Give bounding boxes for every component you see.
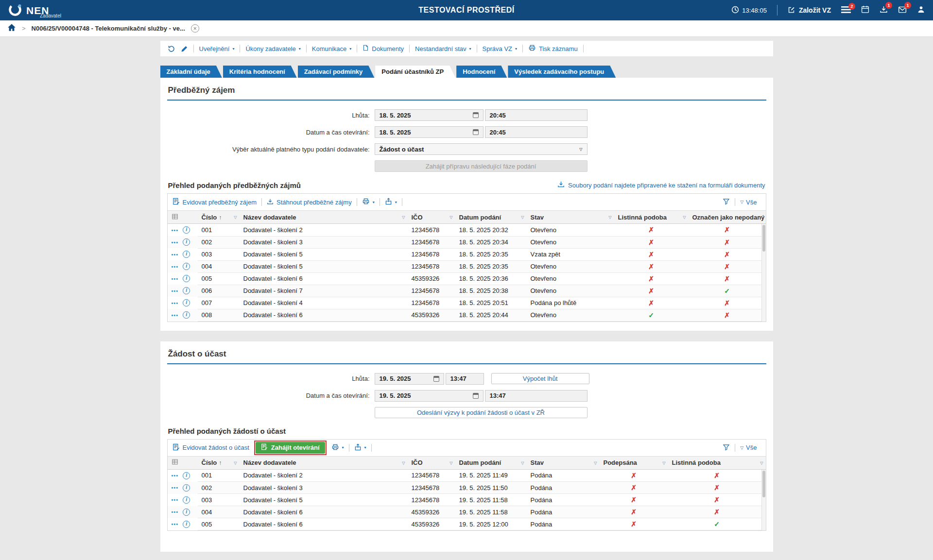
row-info-icon[interactable]: i xyxy=(183,287,190,294)
table-row[interactable]: •••i006Dodavatel - školení 71234567818. … xyxy=(168,285,766,297)
row-info-icon[interactable]: i xyxy=(183,484,190,492)
table-row[interactable]: •••i005Dodavatel - školení 64535932618. … xyxy=(168,272,766,285)
table-row[interactable]: •••i008Dodavatel - školení 64535932618. … xyxy=(168,309,766,321)
filter-caret-icon[interactable]: ▽ xyxy=(449,215,452,220)
history-button[interactable] xyxy=(167,45,175,53)
next-phase-button[interactable]: Zahájit přípravu následující fáze podání xyxy=(375,160,587,172)
column-datum-podani[interactable]: Datum podání▽ xyxy=(455,456,527,469)
filter-caret-icon[interactable]: ▽ xyxy=(402,460,405,465)
lhuta-date-input[interactable]: 19. 5. 2025 xyxy=(375,373,444,385)
vse-button[interactable]: ▽ Vše xyxy=(740,444,757,451)
calendar-icon[interactable] xyxy=(473,129,479,135)
lhuta-date-input[interactable]: 18. 5. 2025 xyxy=(375,109,484,121)
menu-ukony-zadavatele[interactable]: Úkony zadavatele▾ xyxy=(245,45,300,52)
table-row[interactable]: •••i007Dodavatel - školení 41234567818. … xyxy=(168,297,766,309)
table-row[interactable]: •••i003Dodavatel - školení 51234567819. … xyxy=(168,494,766,506)
tab-vysledek-zadavaciho-postupu[interactable]: Výsledek zadávacího postupu xyxy=(508,66,616,78)
typ-podani-select[interactable]: Žádost o účast ▽ xyxy=(375,143,587,155)
mail-button[interactable]: 1 xyxy=(898,5,907,16)
home-button[interactable] xyxy=(7,23,16,34)
table-row[interactable]: •••i005Dodavatel - školení 64535932619. … xyxy=(168,518,766,530)
row-info-icon[interactable]: i xyxy=(183,226,190,234)
row-menu-icon[interactable]: ••• xyxy=(172,276,179,282)
column-oznacen-jako-nepodany[interactable]: Označen jako nepodaný xyxy=(689,211,766,224)
create-vz-button[interactable]: Založit VZ xyxy=(788,6,831,15)
table-row[interactable]: •••i002Dodavatel - školení 31234567818. … xyxy=(168,236,766,248)
column-nazev-dodavatele[interactable]: Název dodavatele▽ xyxy=(240,456,408,469)
edit-record-button[interactable] xyxy=(181,45,188,52)
row-menu-icon[interactable]: ••• xyxy=(172,239,179,245)
menu-tisk-zaznamu[interactable]: Tisk záznamu xyxy=(528,44,578,53)
otevirani-time-input[interactable]: 13:47 xyxy=(485,390,587,402)
calendar-button[interactable] xyxy=(861,5,869,15)
breadcrumb-item[interactable]: N006/25/V00004748 - Telekomunikační služ… xyxy=(32,25,185,32)
filter-caret-icon[interactable]: ▽ xyxy=(521,460,524,465)
column-settings-header[interactable] xyxy=(168,211,198,224)
tab-zadavaci-podminky[interactable]: Zadávací podmínky xyxy=(298,66,375,78)
table-scrollbar[interactable] xyxy=(761,224,766,322)
print-grid-button[interactable]: ▾ xyxy=(362,198,375,206)
filter-caret-icon[interactable]: ▽ xyxy=(521,215,524,220)
table-row[interactable]: •••i001Dodavatel - školení 21234567819. … xyxy=(168,469,766,482)
calendar-icon[interactable] xyxy=(473,112,479,118)
column-stav[interactable]: Stav▽ xyxy=(527,211,614,224)
column-listinna-podoba[interactable]: Listinná podoba▽ xyxy=(668,456,766,469)
tab-zakladni-udaje[interactable]: Základní údaje xyxy=(160,66,222,78)
column-listinna-podoba[interactable]: Listinná podoba▽ xyxy=(614,211,689,224)
table-row[interactable]: •••i004Dodavatel - školení 64535932619. … xyxy=(168,506,766,518)
odeslani-vyzvy-button[interactable]: Odeslání výzvy k podání žádosti o účast … xyxy=(375,407,587,418)
otevirani-time-input[interactable]: 20:45 xyxy=(485,126,587,138)
downloads-button[interactable]: 1 xyxy=(880,5,888,15)
row-info-icon[interactable]: i xyxy=(183,263,190,270)
filter-button[interactable] xyxy=(723,443,730,452)
row-menu-icon[interactable]: ••• xyxy=(172,509,179,515)
row-info-icon[interactable]: i xyxy=(183,238,190,246)
row-info-icon[interactable]: i xyxy=(183,251,190,258)
filter-button[interactable] xyxy=(723,198,730,206)
tab-kriteria-hodnoceni[interactable]: Kritéria hodnocení xyxy=(223,66,297,78)
vypocet-lhut-button[interactable]: Výpočet lhůt xyxy=(491,373,589,384)
menu-sprava-vz[interactable]: Správa VZ▾ xyxy=(483,45,517,52)
table-row[interactable]: •••i002Dodavatel - školení 31234567819. … xyxy=(168,482,766,494)
vse-button[interactable]: ▽ Vše xyxy=(740,199,757,206)
filter-caret-icon[interactable]: ▽ xyxy=(662,460,665,465)
row-info-icon[interactable]: i xyxy=(183,299,190,306)
row-menu-icon[interactable]: ••• xyxy=(172,485,179,491)
column-podepsana[interactable]: Podepsána▽ xyxy=(600,456,668,469)
profile-button[interactable] xyxy=(917,5,925,15)
row-menu-icon[interactable]: ••• xyxy=(172,264,179,270)
row-info-icon[interactable]: i xyxy=(183,509,190,516)
print-grid-button[interactable]: ▾ xyxy=(331,443,344,452)
row-info-icon[interactable]: i xyxy=(183,311,190,319)
filter-caret-icon[interactable]: ▽ xyxy=(608,215,611,220)
filter-caret-icon[interactable]: ▽ xyxy=(234,460,237,465)
filter-caret-icon[interactable]: ▽ xyxy=(234,215,237,220)
column-datum-podani[interactable]: Datum podání▽ xyxy=(455,211,527,224)
filter-caret-icon[interactable]: ▽ xyxy=(402,215,405,220)
table-row[interactable]: •••i004Dodavatel - školení 51234567818. … xyxy=(168,260,766,272)
menu-uverejneni[interactable]: Uveřejnění▾ xyxy=(199,45,235,52)
row-info-icon[interactable]: i xyxy=(183,472,190,479)
column-settings-header[interactable] xyxy=(168,456,198,469)
calendar-icon[interactable] xyxy=(473,393,479,399)
table-scrollbar[interactable] xyxy=(761,470,766,531)
otevirani-date-input[interactable]: 18. 5. 2025 xyxy=(375,126,484,138)
column-ico[interactable]: IČO▽ xyxy=(408,211,455,224)
lhuta-time-input[interactable]: 20:45 xyxy=(485,109,587,121)
menu-button[interactable]: 2 xyxy=(841,6,851,15)
export-grid-button[interactable]: ▾ xyxy=(385,198,397,206)
menu-komunikace[interactable]: Komunikace▾ xyxy=(312,45,352,52)
column-stav[interactable]: Stav▽ xyxy=(527,456,600,469)
column-cislo[interactable]: Číslo↑▽ xyxy=(198,456,240,469)
scrollbar-thumb[interactable] xyxy=(762,471,765,497)
row-menu-icon[interactable]: ••• xyxy=(172,288,179,294)
stahnout-predbezne-zajmy-button[interactable]: Stáhnout předběžné zájmy xyxy=(267,198,352,206)
column-cislo[interactable]: Číslo↑▽ xyxy=(198,211,240,224)
evidovat-predbezny-zajem-button[interactable]: Evidovat předběžný zájem xyxy=(173,198,257,206)
filter-caret-icon[interactable]: ▽ xyxy=(594,460,597,465)
row-menu-icon[interactable]: ••• xyxy=(172,252,179,257)
table-row[interactable]: •••i003Dodavatel - školení 51234567818. … xyxy=(168,248,766,260)
column-ico[interactable]: IČO▽ xyxy=(408,456,455,469)
menu-dokumenty[interactable]: Dokumenty xyxy=(363,44,404,53)
row-menu-icon[interactable]: ••• xyxy=(172,473,179,478)
